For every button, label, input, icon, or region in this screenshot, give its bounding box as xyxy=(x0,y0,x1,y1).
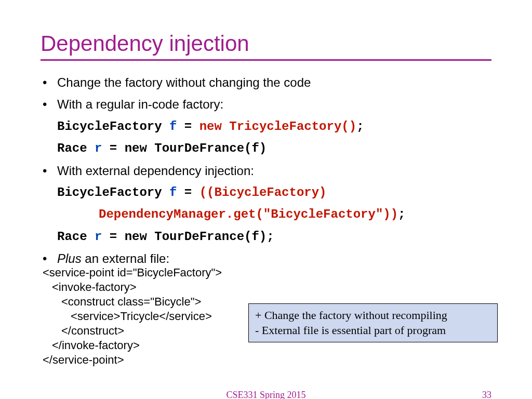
code-text: Race xyxy=(57,141,95,155)
code-text: ; xyxy=(356,119,364,134)
content-list: Change the factory without changing the … xyxy=(41,74,491,113)
slide-title: Dependency injection xyxy=(41,31,491,56)
bullet-item: With a regular in-code factory: xyxy=(41,96,491,113)
code-text: r xyxy=(95,230,102,244)
code-text: new TricycleFactory() xyxy=(200,119,356,134)
code-text: = new TourDeFrance(f) xyxy=(102,141,267,155)
code-text: f xyxy=(169,185,177,200)
code-text: f xyxy=(169,119,177,134)
code-text: = xyxy=(177,119,199,134)
code-line: BicycleFactory f = ((BicycleFactory) xyxy=(41,184,491,201)
code-text: ; xyxy=(398,207,405,221)
bullet-text: an external file: xyxy=(82,251,169,265)
title-divider xyxy=(41,59,491,61)
content-list: With external dependency injection: xyxy=(41,163,491,179)
bullet-item: With external dependency injection: xyxy=(41,163,491,179)
xml-line: <service-point id="BicycleFactory"> xyxy=(43,265,491,280)
code-text: BicycleFactory xyxy=(57,185,169,200)
code-line: DependencyManager.get("BicycleFactory"))… xyxy=(41,206,491,223)
code-text: r xyxy=(95,141,102,155)
bullet-item: Change the factory without changing the … xyxy=(41,74,491,91)
footer-course: CSE331 Spring 2015 xyxy=(226,390,305,399)
xml-line: <invoke-factory> xyxy=(43,280,491,295)
callout-line: + Change the factory without recompiling xyxy=(255,308,491,323)
code-text: ((BicycleFactory) xyxy=(200,185,327,200)
code-text: Race xyxy=(57,230,95,244)
footer-page-number: 33 xyxy=(482,390,491,399)
code-text: = xyxy=(177,185,199,200)
code-text: DependencyManager.get("BicycleFactory")) xyxy=(99,207,398,221)
callout-line: - External file is essential part of pro… xyxy=(255,323,491,338)
code-line: Race r = new TourDeFrance(f); xyxy=(41,229,491,245)
code-line: BicycleFactory f = new TricycleFactory()… xyxy=(41,118,491,135)
xml-line: </service-point> xyxy=(43,353,491,367)
code-text: BicycleFactory xyxy=(57,119,169,134)
code-text: = new TourDeFrance(f); xyxy=(102,230,274,244)
code-line: Race r = new TourDeFrance(f) xyxy=(41,140,491,157)
callout-box: + Change the factory without recompiling… xyxy=(248,303,498,342)
bullet-text: Plus xyxy=(57,251,82,265)
